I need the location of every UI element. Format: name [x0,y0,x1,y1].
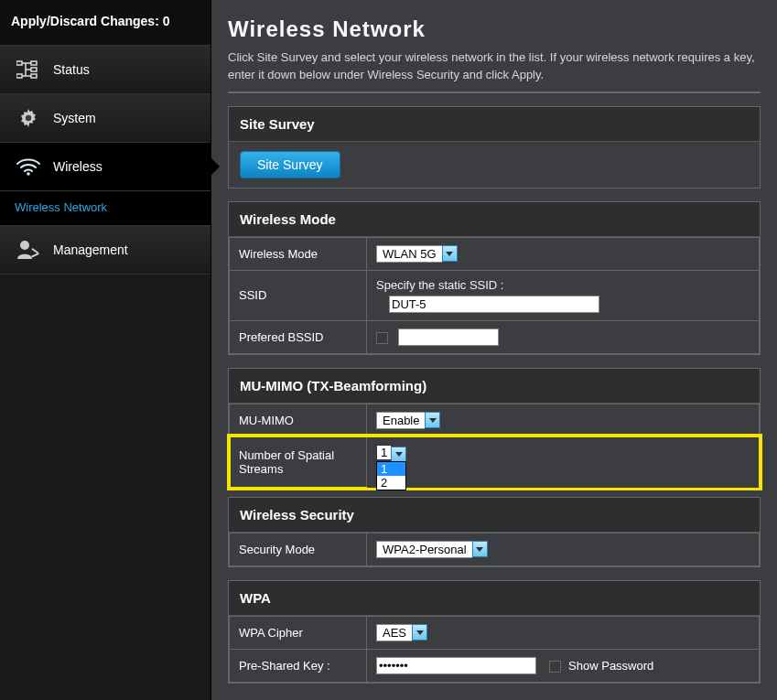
wpa-header: WPA [229,581,760,616]
chevron-down-icon[interactable] [425,412,440,428]
wireless-security-header: Wireless Security [229,498,760,533]
nss-option-2[interactable]: 2 [377,476,405,490]
sidebar-item-system[interactable]: System [0,94,210,143]
wireless-mode-select[interactable]: WLAN 5G [376,245,458,263]
svg-point-7 [27,172,30,176]
svg-rect-10 [31,253,39,258]
svg-rect-3 [31,68,37,71]
nss-label: Number of Spatial Streams [230,436,367,488]
wireless-mode-header: Wireless Mode [229,202,760,237]
apply-discard-status: Apply/Discard Changes: 0 [0,0,210,46]
status-icon [15,59,42,81]
management-icon [15,239,42,261]
wpa-cipher-label: WPA Cipher [230,616,367,649]
ssid-input[interactable] [389,296,599,313]
bssid-input[interactable] [398,328,499,346]
svg-rect-2 [31,61,37,65]
page-title: Wireless Network [228,16,761,42]
sidebar-item-status[interactable]: Status [0,46,210,94]
wireless-security-panel: Wireless Security Security Mode WPA2-Per… [228,497,761,567]
main-content: Wireless Network Click Site Survey and s… [211,0,777,700]
security-mode-select[interactable]: WPA2-Personal [376,541,488,558]
site-survey-panel: Site Survey Site Survey [228,106,761,188]
nss-dropdown-list: 1 2 [376,461,406,490]
divider [228,92,761,93]
wpa-table: WPA Cipher AES Pre-Shared Key : [229,616,760,683]
chevron-down-icon[interactable] [442,245,458,262]
show-password-label: Show Password [568,659,653,673]
sidebar-item-wireless[interactable]: Wireless [0,143,210,191]
svg-point-8 [20,241,29,250]
mumimo-panel: MU-MIMO (TX-Beamforming) MU-MIMO Enable … [228,368,761,490]
page-description: Click Site Survey and select your wirele… [228,49,761,84]
mumimo-label: MU-MIMO [230,404,367,436]
nss-option-1[interactable]: 1 [377,462,405,476]
mumimo-select[interactable]: Enable [376,412,440,429]
mumimo-header: MU-MIMO (TX-Beamforming) [229,369,760,404]
psk-input[interactable] [376,657,536,674]
show-password-checkbox[interactable] [549,661,561,673]
sidebar-item-label: System [53,111,96,125]
svg-point-6 [26,115,31,121]
wireless-mode-table: Wireless Mode WLAN 5G SSID Specify the s… [229,237,760,354]
wireless-mode-label: Wireless Mode [230,237,367,270]
sidebar-item-label: Status [53,62,90,77]
site-survey-header: Site Survey [229,107,760,142]
sidebar-item-label: Wireless [53,159,103,174]
sidebar-item-management[interactable]: Management [0,226,210,275]
chevron-down-icon[interactable] [472,541,488,557]
chevron-down-icon[interactable] [391,447,406,462]
bssid-label: Prefered BSSID [230,320,367,353]
svg-rect-4 [31,74,37,78]
chevron-down-icon[interactable] [412,624,427,641]
svg-rect-0 [16,61,22,65]
wireless-security-table: Security Mode WPA2-Personal [229,533,760,566]
sidebar: Apply/Discard Changes: 0 Status System W… [0,0,211,700]
sidebar-item-label: Management [53,242,128,257]
security-mode-label: Security Mode [230,533,367,565]
sidebar-subitem-wireless-network[interactable]: Wireless Network [0,191,210,226]
bssid-checkbox[interactable] [376,332,388,344]
mumimo-table: MU-MIMO Enable Number of Spatial Streams… [229,404,760,489]
gear-icon [15,107,42,129]
nss-select[interactable]: 1 1 2 [376,445,406,462]
site-survey-button[interactable]: Site Survey [240,151,340,178]
wpa-panel: WPA WPA Cipher AES Pre-Shared Key : [228,580,761,684]
wpa-cipher-select[interactable]: AES [376,624,427,641]
action-row: Apply Cancel [228,696,761,700]
psk-label: Pre-Shared Key : [230,649,367,682]
svg-rect-1 [16,74,22,78]
wifi-icon [15,156,42,178]
wireless-mode-panel: Wireless Mode Wireless Mode WLAN 5G SSID… [228,201,761,355]
ssid-label: SSID [230,270,367,320]
ssid-note: Specify the static SSID : [376,278,750,292]
